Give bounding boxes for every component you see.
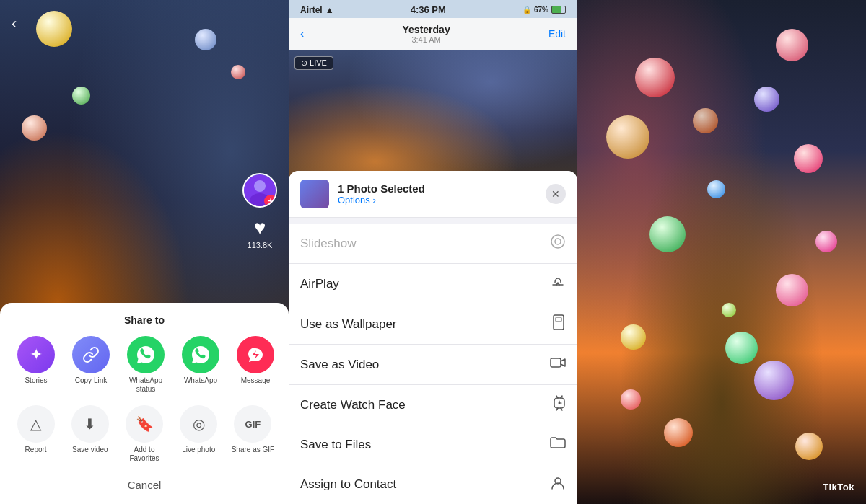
photos-edit-button[interactable]: Edit [548, 28, 566, 40]
share-sheet: Share to ✦ Stories Copy Link [0, 303, 289, 504]
share-thumbnail [300, 180, 329, 208]
share-title: Share to [12, 314, 277, 326]
tiktok-panel: ‹ + ♥ 113.8K Share to ✦ Stories [0, 0, 289, 504]
svg-point-1 [254, 180, 266, 192]
message-icon [237, 336, 274, 373]
stories-label: Stories [25, 376, 47, 385]
add-favorites-label: Add to Favorites [120, 446, 168, 463]
slideshow-label: Slideshow [300, 236, 357, 251]
photos-back-button[interactable]: ‹ [300, 27, 304, 40]
decorative-bubble [36, 11, 72, 47]
action-add-favorites[interactable]: 🔖 Add to Favorites [120, 405, 168, 463]
decorative-ball [635, 58, 675, 97]
wallpaper-icon [551, 314, 566, 334]
watch-face-icon [553, 395, 566, 415]
decorative-bubble [231, 65, 245, 79]
copy-link-icon [72, 336, 110, 373]
svg-rect-6 [556, 317, 561, 322]
whatsapp-icon [182, 336, 219, 373]
save-files-icon [550, 436, 566, 454]
decorative-ball [776, 274, 808, 306]
battery-level: 67% [534, 6, 548, 14]
share-item-wallpaper[interactable]: Use as Wallpaper [289, 304, 577, 345]
cancel-button[interactable]: Cancel [12, 472, 277, 498]
decorative-ball [776, 29, 808, 61]
battery-bar [551, 6, 566, 14]
share-item-stories[interactable]: ✦ Stories [12, 336, 61, 394]
carrier-label: Airtel [300, 5, 323, 15]
status-time: 4:36 PM [411, 4, 446, 15]
live-badge: ⊙ LIVE [294, 56, 333, 70]
decorative-ball [754, 87, 779, 112]
save-video-icon [550, 355, 566, 374]
action-save-video[interactable]: ⬇ Save video [66, 405, 114, 463]
action-report[interactable]: △ Report [12, 405, 60, 463]
airplay-label: AirPlay [300, 277, 339, 291]
share-gif-icon: GIF [234, 405, 271, 443]
share-item-save-files[interactable]: Save to Files [289, 425, 577, 464]
close-button[interactable]: ✕ [546, 184, 566, 204]
share-header: 1 Photo Selected Options › ✕ [289, 171, 577, 218]
follow-plus-icon: + [264, 195, 277, 208]
report-icon: △ [17, 405, 55, 443]
decorative-ball [606, 115, 650, 159]
decorative-ball [754, 361, 794, 400]
decorative-ball [722, 303, 736, 317]
live-photo-icon: ◎ [180, 405, 217, 443]
share-item-message[interactable]: Message [231, 336, 277, 394]
photos-nav: ‹ Yesterday 3:41 AM Edit [289, 18, 577, 50]
save-video-icon: ⬇ [71, 405, 109, 443]
share-item-slideshow[interactable]: Slideshow [289, 224, 577, 264]
avatar-container: + ♥ 113.8K [242, 173, 277, 249]
wallpaper-label: Use as Wallpaper [300, 317, 397, 332]
share-icons-row: ✦ Stories Copy Link [12, 336, 277, 394]
decorative-bubble [195, 29, 216, 50]
status-right: 🔒 67% [522, 6, 566, 14]
svg-point-3 [551, 235, 564, 248]
slideshow-icon [550, 234, 566, 253]
photos-title: Yesterday [403, 24, 450, 35]
avatar[interactable]: + [242, 173, 277, 208]
share-list: Slideshow AirPlay Use as [289, 224, 577, 504]
decorative-ball [621, 389, 641, 410]
share-info: 1 Photo Selected Options › [338, 182, 537, 205]
decorative-ball [664, 418, 693, 447]
svg-rect-7 [551, 358, 561, 367]
ios-photos-panel: Airtel ▲ 4:36 PM 🔒 67% ‹ Yesterday 3:41 … [289, 0, 577, 504]
report-label: Report [25, 446, 47, 454]
share-item-assign-contact[interactable]: Assign to Contact [289, 464, 577, 504]
share-item-copy-link[interactable]: Copy Link [66, 336, 115, 394]
photos-title-block: Yesterday 3:41 AM [403, 24, 450, 44]
share-item-airplay[interactable]: AirPlay [289, 264, 577, 304]
wifi-icon: ▲ [325, 5, 334, 15]
decorative-bubble [72, 87, 90, 105]
action-live-photo[interactable]: ◎ Live photo [175, 405, 223, 463]
like-count: 113.8K [248, 241, 273, 249]
decorative-bubble [22, 115, 47, 141]
share-item-wa-status[interactable]: WhatsAppstatus [121, 336, 170, 394]
watch-face-label: Create Watch Face [300, 398, 406, 412]
options-link[interactable]: Options › [338, 195, 537, 205]
decorative-ball [650, 216, 686, 252]
like-button[interactable]: ♥ 113.8K [248, 216, 273, 249]
add-favorites-icon: 🔖 [126, 405, 163, 443]
share-item-watch-face[interactable]: Create Watch Face [289, 385, 577, 425]
svg-point-4 [555, 239, 561, 244]
whatsapp-label: WhatsApp [184, 376, 217, 385]
decorative-ball [794, 144, 823, 173]
decorative-ball [795, 433, 823, 460]
save-files-label: Save to Files [300, 438, 371, 452]
decorative-ball [725, 332, 758, 364]
back-button[interactable]: ‹ [12, 14, 17, 33]
stories-icon: ✦ [17, 336, 55, 373]
photo-background [577, 0, 866, 504]
heart-icon: ♥ [254, 216, 266, 239]
share-item-whatsapp[interactable]: WhatsApp [176, 336, 225, 394]
action-share-gif[interactable]: GIF Share as GIF [229, 405, 277, 463]
airplay-icon [550, 274, 566, 293]
battery-icon: 🔒 [522, 6, 531, 14]
photo-panel: TikTok [577, 0, 866, 504]
share-item-save-video[interactable]: Save as Video [289, 345, 577, 385]
assign-contact-label: Assign to Contact [300, 477, 396, 492]
photos-subtitle: 3:41 AM [403, 35, 450, 44]
